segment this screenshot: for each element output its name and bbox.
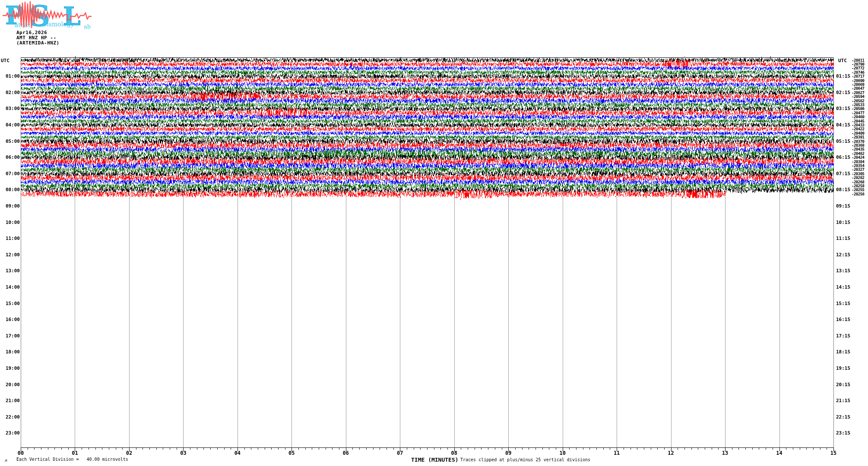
- left-hour-label: 02:00: [1, 90, 20, 95]
- scale-note: Each Vertical Division = 40.00 microvolt…: [16, 457, 128, 462]
- left-hour-label: 18:00: [1, 350, 20, 355]
- x-tick-label: 08: [448, 450, 461, 456]
- x-tick-label: 04: [231, 450, 244, 456]
- right-hour-label: 15:15: [836, 301, 850, 306]
- right-hour-label: 19:15: [836, 366, 850, 371]
- header-station-name: (ARTEMIDA-HNZ): [16, 41, 60, 46]
- x-axis-title: TIME (MINUTES): [411, 457, 459, 463]
- right-hour-label: 01:15: [836, 74, 850, 79]
- right-hour-label: 23:15: [836, 431, 850, 436]
- x-tick-label: 12: [665, 450, 678, 456]
- right-hour-label: 10:15: [836, 220, 850, 225]
- right-hour-label: 12:15: [836, 252, 850, 258]
- trace-offset-value: -20647: [852, 87, 865, 91]
- x-tick-label: 11: [610, 450, 623, 456]
- right-hour-label: 05:15: [836, 139, 850, 144]
- right-hour-label: 13:15: [836, 268, 850, 274]
- trace-offset-value: -20506: [852, 107, 865, 111]
- trace-offset-value: -20327: [852, 168, 865, 172]
- trace-offset-value: -20772: [852, 66, 865, 70]
- left-hour-label: 21:00: [1, 398, 20, 403]
- psl-logo: P atras S eismology L ab: [2, 0, 97, 30]
- left-hour-label: 13:00: [1, 268, 20, 274]
- left-hour-label: 05:00: [1, 139, 20, 144]
- trace-offset-value: -20255: [852, 188, 865, 192]
- right-hour-label: 18:15: [836, 350, 850, 355]
- right-hour-label: 09:15: [836, 204, 850, 209]
- right-hour-label: 02:15: [836, 90, 850, 95]
- right-hour-label: 06:15: [836, 155, 850, 160]
- helicorder-plot: [0, 0, 868, 466]
- right-hour-label: 03:15: [836, 106, 850, 111]
- x-tick-label: 09: [502, 450, 515, 456]
- trace-offset-value: -20391: [852, 135, 865, 139]
- x-tick-label: 03: [177, 450, 190, 456]
- helicorder-page: P atras S eismology L ab Apr16,2026 AMT …: [0, 0, 868, 466]
- corner-glyph: .M: [3, 459, 7, 463]
- right-hour-label: 07:15: [836, 171, 850, 176]
- utc-right-label: UTC: [838, 58, 847, 63]
- trace-offset-value: -20460: [852, 115, 865, 119]
- left-hour-label: 01:00: [1, 74, 20, 79]
- right-hour-label: 17:15: [836, 334, 850, 339]
- x-tick-label: 02: [123, 450, 136, 456]
- x-tick-label: 05: [285, 450, 298, 456]
- right-hour-label: 21:15: [836, 398, 850, 403]
- left-hour-label: 12:00: [1, 252, 20, 258]
- left-hour-label: 19:00: [1, 366, 20, 371]
- x-tick-label: 13: [719, 450, 732, 456]
- x-tick-label: 06: [339, 450, 352, 456]
- left-hour-label: 22:00: [1, 415, 20, 420]
- left-hour-label: 16:00: [1, 317, 20, 322]
- logo-word-atras: atras: [15, 22, 30, 28]
- x-tick-label: 15: [827, 450, 840, 456]
- trace-offset-value: -20422: [852, 127, 865, 131]
- left-hour-label: 14:00: [1, 285, 20, 290]
- trace-offset-value: -20282: [852, 176, 865, 180]
- trace-offset-value: -20435: [852, 148, 865, 151]
- left-hour-label: 09:00: [1, 204, 20, 209]
- left-hour-label: 04:00: [1, 123, 20, 128]
- left-hour-label: 23:00: [1, 431, 20, 436]
- x-tick-label: 10: [556, 450, 569, 456]
- x-tick-label: 14: [773, 450, 786, 456]
- left-hour-label: 20:00: [1, 382, 20, 387]
- logo-word-ab: ab: [84, 23, 91, 30]
- left-hour-label: 06:00: [1, 155, 20, 160]
- left-hour-label: 10:00: [1, 220, 20, 225]
- left-hour-label: 03:00: [1, 106, 20, 111]
- right-hour-label: 11:15: [836, 236, 850, 241]
- x-tick-label: 01: [68, 450, 81, 456]
- x-tick-label: 07: [393, 450, 406, 456]
- left-hour-label: 17:00: [1, 334, 20, 339]
- left-hour-label: 15:00: [1, 301, 20, 306]
- right-hour-label: 08:15: [836, 187, 850, 192]
- x-tick-label: 00: [14, 450, 27, 456]
- utc-left-label: UTC: [1, 58, 10, 63]
- trace-offset-value: -20594: [852, 95, 865, 99]
- trace-offset-value: -20717: [852, 75, 865, 79]
- header: Apr16,2026 AMT HNZ HP -- (ARTEMIDA-HNZ): [16, 30, 60, 46]
- right-hour-label: 22:15: [836, 415, 850, 420]
- left-hour-label: 11:00: [1, 236, 20, 241]
- clip-note: Traces clipped at plus/minus 25 vertical…: [460, 457, 590, 462]
- right-hour-label: 04:15: [836, 123, 850, 128]
- trace-offset-value: -20256: [852, 192, 865, 196]
- trace-offset-value: -20424: [852, 156, 865, 160]
- right-hour-label: 16:15: [836, 317, 850, 322]
- left-hour-label: 08:00: [1, 187, 20, 192]
- right-hour-label: 20:15: [836, 382, 850, 387]
- right-hour-label: 14:15: [836, 285, 850, 290]
- left-hour-label: 07:00: [1, 171, 20, 176]
